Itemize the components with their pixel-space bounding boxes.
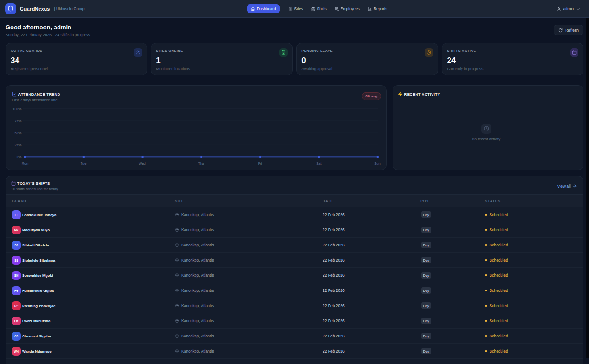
- svg-text:25%: 25%: [14, 143, 21, 147]
- svg-text:75%: 75%: [14, 119, 21, 123]
- svg-text:0%: 0%: [17, 155, 22, 159]
- svg-text:50%: 50%: [14, 131, 21, 135]
- svg-text:100%: 100%: [12, 107, 22, 111]
